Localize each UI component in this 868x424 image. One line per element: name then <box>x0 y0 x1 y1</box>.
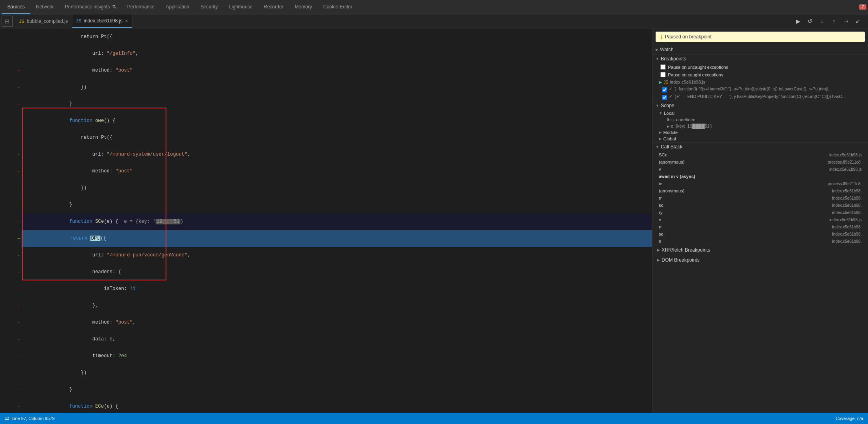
call-item-ie[interactable]: ie process.89e211c8, <box>652 180 868 187</box>
main-area: - return Pt({ - url: "/getInfo", <box>0 28 868 413</box>
table-row: - }, <box>0 297 652 314</box>
panel-icon: ⊟ <box>5 18 10 24</box>
table-row: - }) <box>0 364 652 381</box>
tab-recorder[interactable]: Recorder <box>258 0 289 14</box>
table-row: - } <box>0 96 652 112</box>
xhr-arrow: ▶ <box>657 248 660 252</box>
call-stack-section: ▼ Call Stack SCe index.c5e61b98.js (anon… <box>652 142 868 245</box>
table-row: - }) <box>0 180 652 196</box>
tab-security[interactable]: Security <box>195 0 223 14</box>
call-item-v2[interactable]: v index.c5e61b98.js <box>652 216 868 223</box>
pause-uncaught-checkbox[interactable] <box>660 64 666 70</box>
bp-file-icon: ▶ <box>659 80 662 84</box>
code-editor: - return Pt({ - url: "/getInfo", <box>0 28 652 413</box>
top-tab-bar: Sources Network Performance insights ⚗ P… <box>0 0 868 14</box>
table-row: - timeout: 2e4 <box>0 348 652 364</box>
file-tab-index[interactable]: JS index.c5e61b98.js ✕ <box>72 14 133 28</box>
step-over-button[interactable]: ↺ <box>806 17 814 26</box>
file-tab-bar: ⊟ JS bubble_compiled.js JS index.c5e61b9… <box>0 14 868 28</box>
table-row: - return Pt({ <box>0 129 652 146</box>
pause-uncaught-row: Pause on uncaught exceptions <box>652 63 868 71</box>
breakpoints-header[interactable]: ▼ Breakpoints <box>652 54 868 63</box>
call-item-so2[interactable]: so index.c5e61b98. <box>652 230 868 238</box>
file-icon-index: JS <box>76 18 82 23</box>
tab-cookie-editor[interactable]: Cookie-Editor <box>318 0 358 14</box>
tab-performance[interactable]: Performance <box>122 0 160 14</box>
table-row: - method: "post", <box>0 314 652 331</box>
table-row: - url: "/getInfo", <box>0 45 652 62</box>
call-item-await-v: await in v (async) <box>652 173 868 180</box>
table-row: - url: "/mohurd-system/user/logout", <box>0 146 652 163</box>
table-row: - } <box>0 381 652 398</box>
code-table: - return Pt({ - url: "/getInfo", <box>0 28 652 413</box>
bp-file-icon2: JS <box>664 80 668 84</box>
call-item-anon1[interactable]: (anonymous) process.89e211c8. <box>652 158 868 166</box>
tab-memory[interactable]: Memory <box>289 0 318 14</box>
local-row: ▼ Local <box>652 110 868 116</box>
call-item-rr2[interactable]: rr index.c5e61b98. <box>652 223 868 230</box>
right-debug-panel: ℹ Paused on breakpoint ▶ Watch ▼ Breakpo… <box>652 28 868 413</box>
tab-application[interactable]: Application <box>160 0 195 14</box>
tab-sources[interactable]: Sources <box>2 0 30 14</box>
pi-icon: ⚗ <box>112 4 116 10</box>
pause-caught-row: Pause on caught exceptions <box>652 71 868 78</box>
resume-button[interactable]: ▶ <box>794 17 802 26</box>
table-row: - isToken: !1 <box>0 280 652 297</box>
error-badge: 7 <box>859 4 866 10</box>
dom-arrow: ▶ <box>657 258 660 262</box>
step-out-button[interactable]: ↑ <box>830 17 838 26</box>
call-item-ry[interactable]: ry index.c5e61b98. <box>652 209 868 216</box>
scope-arrow: ▼ <box>656 104 659 108</box>
table-row: - method: "post" <box>0 62 652 79</box>
call-item-anon2[interactable]: (anonymous) index.c5e61b98. <box>652 187 868 194</box>
status-bar: ⇄ Line 97, Column 9579 Coverage: n/a <box>0 413 868 424</box>
call-item-so1[interactable]: so index.c5e61b98. <box>652 202 868 209</box>
panel-toggle-button[interactable]: ⊟ <box>2 16 13 27</box>
call-item-sce[interactable]: SCe index.c5e61b98.js <box>652 151 868 158</box>
call-item-v1[interactable]: v index.c5e61b98.js <box>652 166 868 173</box>
table-row: - return Pt({ <box>0 28 652 45</box>
step-into-button[interactable]: ↓ <box>818 17 826 26</box>
call-stack-arrow: ▼ <box>656 145 659 149</box>
watch-header[interactable]: ▶ Watch <box>652 45 868 54</box>
call-item-rr1[interactable]: rr index.c5e61b98. <box>652 194 868 202</box>
scope-section: ▼ Scope ▼ Local this: undefined ▶ e: {ke… <box>652 101 868 142</box>
call-item-n[interactable]: n index.c5e61b98. <box>652 238 868 245</box>
bp-item-2: ✓ `)+"-----END PUBLIC KEY-----"), y.hasP… <box>652 93 868 101</box>
dom-header[interactable]: ▶ DOM Breakpoints <box>652 255 868 265</box>
deactivate-button[interactable]: ↙ <box>854 17 862 26</box>
bp-file-header: ▶ JS index.c5e61b98.js <box>652 78 868 86</box>
close-file-tab[interactable]: ✕ <box>125 19 128 23</box>
breakpoints-section: ▼ Breakpoints Pause on uncaught exceptio… <box>652 54 868 101</box>
bp-item-1-checkbox[interactable] <box>662 87 667 92</box>
status-left: ⇄ Line 97, Column 9579 <box>5 416 55 422</box>
line-col-display: Line 97, Column 9579 <box>12 416 55 421</box>
code-scroll-area[interactable]: - return Pt({ - url: "/getInfo", <box>0 28 652 413</box>
table-row: - } <box>0 196 652 213</box>
debug-toolbar: ▶ ↺ ↓ ↑ ⇒ ↙ <box>794 17 866 26</box>
file-tab-bubble[interactable]: JS bubble_compiled.js <box>15 14 72 28</box>
table-row: - method: "post" <box>0 163 652 180</box>
watch-section: ▶ Watch <box>652 45 868 54</box>
table-row: - url: "/mohurd-pub/vcode/genVcode", <box>0 247 652 264</box>
status-icon: ⇄ <box>5 416 9 422</box>
coverage-display: Coverage: n/a <box>836 416 863 421</box>
tab-performance-insights[interactable]: Performance insights ⚗ <box>59 0 122 14</box>
tab-lighthouse[interactable]: Lighthouse <box>224 0 258 14</box>
tab-network[interactable]: Network <box>30 0 59 14</box>
bp-item-2-checkbox[interactable] <box>662 95 667 100</box>
table-row: - function ECe(e) { <box>0 398 652 413</box>
table-row: → return DPt({ <box>0 230 652 247</box>
module-row: ▶ Module <box>652 129 868 136</box>
xhr-section: ▶ XHR/fetch Breakpoints <box>652 245 868 255</box>
info-icon: ℹ <box>660 34 662 40</box>
step-button[interactable]: ⇒ <box>842 17 850 26</box>
bp-item-1: ✓ `), function(l) {if(s=l.indexOf(":"), … <box>652 86 868 93</box>
scope-header[interactable]: ▼ Scope <box>652 101 868 110</box>
pause-caught-checkbox[interactable] <box>660 72 666 77</box>
table-row: - }) <box>0 79 652 96</box>
call-stack-header[interactable]: ▼ Call Stack <box>652 142 868 151</box>
xhr-header[interactable]: ▶ XHR/fetch Breakpoints <box>652 245 868 255</box>
e-expand: ▶ <box>667 124 670 128</box>
table-row: - function SCe(e) { e = {key: '19░░░░51} <box>0 213 652 230</box>
